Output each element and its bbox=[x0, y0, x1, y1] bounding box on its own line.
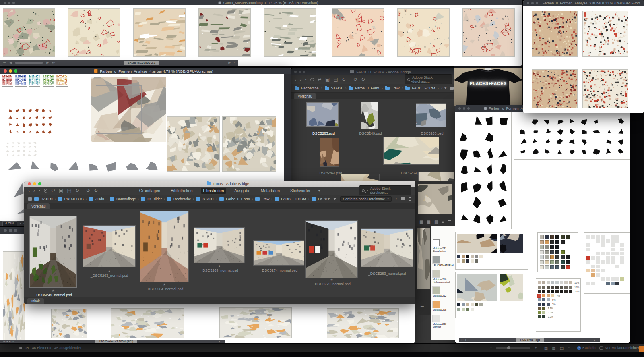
rating-filter-icon[interactable]: ★▾ bbox=[324, 197, 330, 201]
color-swatch[interactable] bbox=[555, 250, 559, 254]
color-swatch[interactable] bbox=[606, 239, 610, 243]
color-swatch[interactable] bbox=[569, 286, 572, 289]
batch-icon[interactable]: ▤ bbox=[333, 77, 338, 82]
chevron-down-icon[interactable]: ▾ bbox=[39, 189, 40, 192]
composition-art[interactable] bbox=[500, 234, 523, 253]
boomerang-icon[interactable]: ↩ bbox=[318, 77, 322, 82]
color-swatch[interactable] bbox=[591, 269, 595, 272]
batch-icon[interactable]: ▤ bbox=[67, 188, 71, 193]
color-swatch[interactable] bbox=[561, 255, 565, 259]
camo-pattern-tile[interactable] bbox=[68, 9, 120, 56]
color-swatch[interactable] bbox=[611, 239, 615, 243]
color-swatch[interactable] bbox=[538, 286, 541, 289]
filter-funnel-icon[interactable] bbox=[333, 198, 336, 200]
grid-icon[interactable]: ▦ bbox=[419, 220, 423, 224]
color-swatch[interactable] bbox=[555, 260, 559, 264]
color-swatch[interactable] bbox=[591, 265, 595, 268]
analyse2-pattern-tile[interactable] bbox=[532, 11, 577, 56]
color-swatch[interactable] bbox=[466, 303, 469, 306]
list-icon[interactable]: ≡ bbox=[442, 220, 444, 224]
color-swatch[interactable] bbox=[550, 235, 554, 239]
color-swatch[interactable] bbox=[620, 248, 624, 251]
rating-star-icon[interactable]: ★ bbox=[108, 270, 111, 273]
color-swatch[interactable] bbox=[479, 255, 483, 258]
color-swatch[interactable] bbox=[457, 255, 460, 258]
color-swatch[interactable] bbox=[538, 290, 541, 293]
selection-bounding-box[interactable] bbox=[96, 85, 142, 134]
analyse2-titlebar[interactable]: Farben_u_Formen_Analyse_2.ai bei 8.33 % … bbox=[523, 0, 644, 6]
breadcrumb-item-camouflage[interactable]: Camouflage bbox=[110, 197, 136, 201]
color-swatch[interactable] bbox=[596, 235, 600, 239]
status-arrow-icon[interactable]: ▶ bbox=[228, 61, 231, 64]
color-swatch[interactable] bbox=[611, 277, 615, 281]
color-swatch[interactable] bbox=[586, 256, 590, 260]
photo-thumbnail[interactable] bbox=[140, 211, 188, 282]
color-swatch[interactable] bbox=[540, 245, 544, 249]
color-swatch[interactable] bbox=[542, 286, 545, 289]
color-swatch[interactable] bbox=[550, 260, 554, 264]
breadcrumb-item-stadt[interactable]: STADT bbox=[325, 86, 343, 90]
color-swatch[interactable] bbox=[475, 303, 478, 306]
color-swatch[interactable] bbox=[601, 277, 605, 281]
color-swatch[interactable] bbox=[620, 252, 624, 255]
rating-star-icon[interactable]: ★ bbox=[163, 283, 166, 286]
workspace-tab-bibliotheken[interactable]: Bibliotheken bbox=[168, 188, 195, 194]
color-swatch[interactable] bbox=[551, 281, 554, 284]
color-swatch[interactable] bbox=[615, 252, 619, 255]
color-swatch[interactable] bbox=[547, 290, 550, 293]
color-swatch[interactable] bbox=[538, 303, 541, 306]
color-swatch[interactable] bbox=[545, 240, 549, 244]
color-swatch[interactable] bbox=[551, 286, 554, 289]
molotow-swatch[interactable] bbox=[433, 270, 440, 277]
color-swatch[interactable] bbox=[462, 255, 465, 258]
color-swatch[interactable] bbox=[601, 239, 605, 243]
color-swatch[interactable] bbox=[545, 255, 549, 259]
psd-thumbnail[interactable] bbox=[307, 103, 338, 126]
color-swatch[interactable] bbox=[457, 259, 460, 263]
color-swatch[interactable] bbox=[615, 277, 619, 281]
color-swatch[interactable] bbox=[596, 252, 600, 255]
color-swatch[interactable] bbox=[466, 308, 469, 311]
color-swatch[interactable] bbox=[540, 240, 544, 244]
color-swatch[interactable] bbox=[606, 256, 610, 260]
refresh-icon[interactable]: ↻ bbox=[75, 188, 79, 193]
color-swatch[interactable] bbox=[542, 298, 545, 301]
get-photos-icon[interactable]: ▣ bbox=[325, 77, 330, 82]
breadcrumb-item-fotos[interactable]: Fotos bbox=[312, 197, 322, 201]
composition-art[interactable] bbox=[500, 274, 523, 301]
color-swatch[interactable] bbox=[566, 260, 570, 264]
color-swatch[interactable] bbox=[457, 308, 460, 311]
color-swatch[interactable] bbox=[586, 248, 590, 251]
window-controls[interactable] bbox=[4, 69, 17, 73]
rotate-left-icon[interactable]: ↺ bbox=[86, 188, 90, 193]
breadcrumb-item-projects[interactable]: PROJECTS bbox=[58, 197, 84, 201]
window-controls[interactable] bbox=[458, 107, 470, 110]
color-swatch[interactable] bbox=[601, 252, 605, 255]
color-swatch[interactable] bbox=[550, 255, 554, 259]
color-swatch[interactable] bbox=[591, 282, 595, 285]
analyse2-pattern-tile[interactable] bbox=[532, 70, 577, 108]
color-swatch[interactable] bbox=[569, 290, 572, 293]
analyse2-pattern-tile[interactable] bbox=[583, 70, 628, 108]
color-swatch[interactable] bbox=[550, 265, 554, 269]
grid-view-icon[interactable]: ▦ bbox=[544, 346, 548, 350]
color-swatch[interactable] bbox=[615, 239, 619, 243]
pattern-strip[interactable] bbox=[3, 252, 25, 340]
color-swatch[interactable] bbox=[620, 256, 624, 260]
molotow-swatch[interactable] bbox=[433, 239, 440, 246]
color-swatch[interactable] bbox=[538, 294, 541, 297]
color-swatch[interactable] bbox=[620, 260, 624, 264]
color-swatch[interactable] bbox=[569, 281, 572, 284]
photo-thumbnail[interactable] bbox=[194, 228, 244, 263]
color-swatch[interactable] bbox=[586, 243, 590, 247]
chevron-down-icon[interactable]: ▾ bbox=[305, 78, 307, 81]
color-swatch[interactable] bbox=[538, 298, 541, 301]
boomerang-icon[interactable]: ↩ bbox=[51, 188, 55, 193]
tab-vorschau[interactable]: Vorschau bbox=[27, 203, 50, 209]
breadcrumb-item-zhdk[interactable]: ZHdK bbox=[89, 197, 105, 201]
color-swatch[interactable] bbox=[540, 265, 544, 269]
rotate-left-icon[interactable]: ↺ bbox=[353, 77, 357, 82]
color-swatch[interactable] bbox=[591, 256, 595, 260]
color-swatch[interactable] bbox=[566, 235, 570, 239]
camo-pattern-tile[interactable] bbox=[199, 9, 250, 56]
